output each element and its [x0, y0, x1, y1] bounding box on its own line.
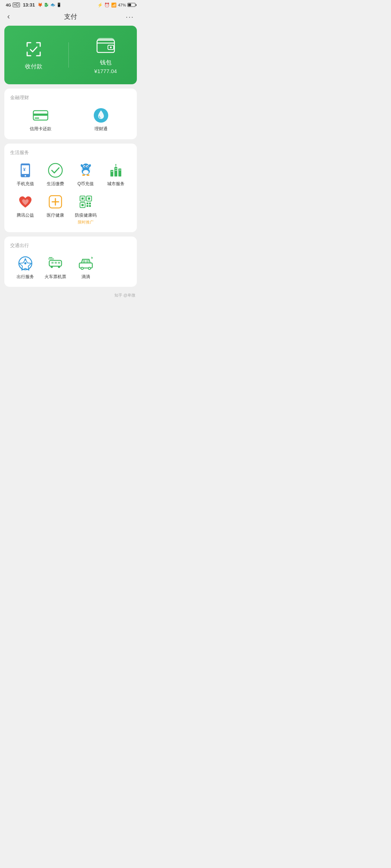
- svg-point-9: [25, 175, 26, 176]
- qq-recharge-item[interactable]: Q币充值: [71, 162, 101, 187]
- svg-rect-62: [86, 260, 89, 263]
- svg-point-11: [49, 163, 62, 177]
- page-header: ‹ 支付 ···: [0, 9, 141, 26]
- phone-recharge-label: 手机充值: [17, 181, 34, 187]
- scan-icon: [24, 40, 43, 59]
- taxi-label: 滴滴: [81, 274, 90, 280]
- page-title: 支付: [19, 12, 122, 21]
- grid-placeholder-2: [101, 255, 131, 280]
- credit-card-label: 信用卡还款: [30, 126, 51, 132]
- grid-placeholder: [101, 194, 131, 225]
- health-code-icon: [78, 194, 94, 210]
- medical-label: 医疗健康: [47, 213, 64, 218]
- svg-point-19: [87, 166, 88, 167]
- collect-pay-label: 收付款: [25, 63, 42, 71]
- life-grid-row1: ¥ 手机充值 生活缴费: [10, 162, 131, 187]
- signal-hd: HD: [13, 3, 20, 7]
- tencent-charity-icon: [17, 194, 33, 210]
- svg-point-20: [82, 174, 85, 176]
- transport-grid: 出行服务 火车票机票: [10, 255, 131, 280]
- collect-pay-item[interactable]: 收付款: [24, 40, 43, 71]
- svg-rect-46: [87, 203, 88, 204]
- svg-rect-33: [119, 170, 120, 170]
- alarm-icon: ⏰: [104, 3, 110, 8]
- tencent-charity-label: 腾讯公益: [17, 213, 34, 218]
- city-service-icon: [108, 162, 124, 178]
- train-ticket-item[interactable]: 火车票机票: [41, 255, 71, 280]
- wallet-icon: [96, 36, 115, 55]
- back-button[interactable]: ‹: [7, 12, 19, 21]
- svg-point-65: [81, 268, 83, 269]
- hero-payment-card: 收付款 钱包 ¥1777.04: [4, 26, 137, 84]
- hero-divider: [68, 42, 69, 68]
- travel-service-icon: [17, 255, 33, 271]
- battery-icon: [127, 3, 135, 7]
- status-right: ⚡ ⏰ 📶 47%: [97, 3, 135, 8]
- status-left: 4G HD 13:31 🦊 🐉 🐟 📱: [6, 2, 62, 8]
- health-code-item[interactable]: 防疫健康码 限时推广: [71, 194, 101, 225]
- medical-icon: [47, 194, 63, 210]
- taxi-item[interactable]: 滴滴: [71, 255, 101, 280]
- finance-grid: 信用卡还款 理财通: [10, 107, 131, 132]
- phone-recharge-item[interactable]: ¥ 手机充值: [10, 162, 41, 187]
- svg-rect-31: [115, 170, 116, 171]
- life-fee-item[interactable]: 生活缴费: [41, 162, 71, 187]
- wallet-label: 钱包: [100, 59, 112, 67]
- phone-recharge-icon: ¥: [17, 162, 33, 178]
- svg-rect-55: [58, 262, 60, 264]
- credit-card-item[interactable]: 信用卡还款: [10, 107, 71, 132]
- svg-point-56: [51, 266, 53, 268]
- signal-text: 4G: [6, 3, 11, 7]
- svg-rect-24: [110, 170, 113, 176]
- transport-title: 交通出行: [10, 242, 131, 249]
- svg-point-2: [110, 47, 112, 48]
- svg-rect-45: [81, 204, 84, 206]
- more-button[interactable]: ···: [122, 13, 134, 21]
- bluetooth-icon: ⚡: [97, 3, 103, 8]
- svg-rect-41: [81, 197, 84, 200]
- taxi-icon: [78, 255, 94, 271]
- time-display: 13:31: [23, 2, 35, 8]
- svg-rect-49: [89, 205, 91, 207]
- finance-title: 金融理财: [10, 94, 131, 101]
- svg-point-51: [24, 262, 26, 264]
- svg-point-36: [115, 164, 117, 165]
- svg-rect-60: [79, 263, 92, 268]
- svg-rect-28: [112, 171, 113, 172]
- life-grid-row2: 腾讯公益 医疗健康: [10, 194, 131, 225]
- svg-point-15: [83, 170, 89, 174]
- svg-rect-27: [111, 171, 112, 172]
- city-service-label: 城市服务: [107, 181, 125, 187]
- battery-text: 47%: [118, 3, 126, 7]
- svg-rect-34: [120, 170, 121, 170]
- travel-service-label: 出行服务: [17, 274, 34, 280]
- qq-recharge-label: Q币充值: [77, 181, 94, 187]
- wifi-icon: 📶: [111, 3, 117, 8]
- svg-point-21: [87, 174, 89, 176]
- medical-item[interactable]: 医疗健康: [41, 194, 71, 225]
- life-fee-label: 生活缴费: [47, 181, 64, 187]
- svg-rect-61: [83, 260, 85, 263]
- travel-service-item[interactable]: 出行服务: [10, 255, 41, 280]
- train-ticket-label: 火车票机票: [45, 274, 66, 280]
- svg-point-18: [84, 166, 85, 167]
- life-fee-icon: [47, 162, 63, 178]
- finance-section: 金融理财 信用卡还款 理财通: [4, 89, 137, 139]
- licai-label: 理财通: [94, 126, 108, 132]
- svg-rect-32: [116, 170, 117, 171]
- credit-card-icon: [33, 107, 49, 123]
- svg-rect-30: [116, 168, 117, 169]
- svg-point-66: [89, 268, 90, 269]
- tencent-charity-item[interactable]: 腾讯公益: [10, 194, 41, 225]
- svg-rect-43: [88, 197, 90, 200]
- licai-item[interactable]: 理财通: [71, 107, 131, 132]
- wallet-item[interactable]: 钱包 ¥1777.04: [94, 36, 117, 74]
- svg-rect-53: [51, 262, 54, 264]
- svg-rect-29: [115, 168, 116, 169]
- train-ticket-icon: [47, 255, 63, 271]
- health-code-label: 防疫健康码: [75, 213, 97, 218]
- svg-point-57: [58, 266, 60, 268]
- watermark: 知乎 @卑微: [0, 291, 141, 301]
- svg-rect-0: [97, 40, 114, 52]
- city-service-item[interactable]: 城市服务: [101, 162, 131, 187]
